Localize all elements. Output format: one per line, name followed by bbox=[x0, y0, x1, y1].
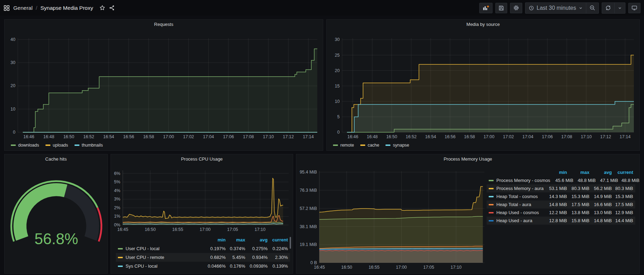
legend-column-min[interactable]: min bbox=[201, 237, 226, 242]
svg-text:40: 40 bbox=[10, 37, 15, 42]
legend-value-current: 80.3 MiB bbox=[612, 186, 633, 191]
legend-value-min: 14.8 MiB bbox=[544, 202, 567, 207]
legend-item[interactable]: uploads bbox=[45, 143, 68, 148]
svg-text:6%: 6% bbox=[114, 171, 120, 176]
svg-text:16:58: 16:58 bbox=[143, 134, 154, 139]
breadcrumb-dashboard-title[interactable]: Synapse Media Proxy bbox=[40, 5, 93, 11]
svg-text:16:50: 16:50 bbox=[63, 134, 74, 139]
svg-text:17:02: 17:02 bbox=[503, 134, 514, 139]
legend-value-avg: 0.275% bbox=[245, 246, 268, 251]
svg-text:30: 30 bbox=[335, 37, 340, 42]
cpu-legend-table: minmaxavgcurrentUser CPU - local0.197%0.… bbox=[116, 235, 290, 270]
legend-value-max: 0.176% bbox=[226, 263, 245, 269]
panel-title[interactable]: Media by source bbox=[327, 20, 639, 29]
legend-swatch bbox=[489, 188, 494, 189]
legend-value-avg: 16.6 MiB bbox=[589, 202, 612, 207]
legend-item[interactable]: cache bbox=[360, 143, 379, 148]
legend-column-current[interactable]: current bbox=[612, 170, 633, 175]
svg-text:16:55: 16:55 bbox=[172, 227, 183, 232]
svg-text:19.1 MiB: 19.1 MiB bbox=[300, 242, 317, 247]
panel-title[interactable]: Cache hits bbox=[5, 154, 107, 164]
legend-column-max[interactable]: max bbox=[567, 170, 589, 175]
time-picker-button[interactable]: Last 30 minutes bbox=[525, 3, 586, 13]
svg-text:17:00: 17:00 bbox=[483, 134, 494, 139]
svg-text:17:06: 17:06 bbox=[542, 134, 553, 139]
legend-value-avg: 0.934% bbox=[245, 255, 268, 260]
dashboards-grid-icon[interactable] bbox=[3, 5, 10, 11]
panel-process-memory-usage: Process Memory Usage 16:4516:5016:5517:0… bbox=[296, 154, 640, 274]
svg-text:10: 10 bbox=[10, 107, 15, 112]
panel-title[interactable]: Requests bbox=[5, 20, 323, 29]
legend-series-toggle[interactable]: Process Memory - cosmos bbox=[489, 178, 550, 183]
time-controls: Last 30 minutes bbox=[525, 2, 599, 14]
save-dashboard-button[interactable] bbox=[495, 3, 507, 13]
svg-text:16:52: 16:52 bbox=[406, 134, 417, 139]
requests-chart[interactable]: 16:4616:4816:5016:5216:5416:5616:5817:00… bbox=[6, 29, 322, 141]
legend-value-avg: 0.0938% bbox=[245, 263, 268, 269]
svg-text:16:56: 16:56 bbox=[445, 134, 455, 139]
process-cpu-chart[interactable]: 16:4516:5016:5517:0017:0517:100%1%2%3%4%… bbox=[112, 164, 292, 234]
legend-series-toggle[interactable]: Process Memory - aura bbox=[489, 186, 544, 191]
legend-column-max[interactable]: max bbox=[226, 237, 245, 242]
legend-swatch bbox=[11, 144, 16, 146]
zoom-out-button[interactable] bbox=[586, 3, 599, 13]
share-icon[interactable] bbox=[109, 5, 115, 11]
legend-value-avg: 14.8 MiB bbox=[589, 218, 612, 223]
dashboard-grid: Requests 16:4616:4816:5016:5216:5416:561… bbox=[0, 16, 644, 275]
legend-column-min[interactable]: min bbox=[544, 170, 567, 175]
svg-text:17:10: 17:10 bbox=[451, 265, 461, 270]
legend-swatch bbox=[118, 266, 123, 267]
legend-series-toggle[interactable]: Heap Used - aura bbox=[489, 218, 544, 223]
svg-text:57.2 MiB: 57.2 MiB bbox=[300, 206, 317, 211]
breadcrumb-folder[interactable]: General bbox=[13, 5, 33, 11]
svg-text:16:58: 16:58 bbox=[464, 134, 475, 139]
gear-icon bbox=[513, 5, 519, 11]
legend-swatch bbox=[45, 144, 50, 146]
legend-item[interactable]: remote bbox=[333, 143, 354, 148]
svg-text:16:54: 16:54 bbox=[103, 134, 114, 139]
svg-text:4%: 4% bbox=[114, 188, 120, 193]
legend-series-toggle[interactable]: Heap Used - cosmos bbox=[489, 210, 544, 215]
zoom-out-icon bbox=[589, 5, 595, 11]
dashboard-settings-button[interactable] bbox=[510, 3, 522, 13]
refresh-interval-dropdown[interactable] bbox=[614, 3, 625, 13]
legend-column-current[interactable]: current bbox=[268, 237, 288, 242]
star-icon[interactable] bbox=[99, 5, 105, 11]
legend-item[interactable]: synapse bbox=[385, 143, 409, 148]
legend-series-toggle[interactable]: User CPU - local bbox=[118, 246, 201, 251]
process-memory-chart[interactable]: 16:4516:5016:5517:0017:0517:100 B19.1 Mi… bbox=[298, 163, 487, 273]
svg-text:20: 20 bbox=[335, 68, 340, 73]
legend-item[interactable]: thumbnails bbox=[75, 143, 103, 148]
legend-item[interactable]: downloads bbox=[11, 143, 39, 148]
svg-text:17:05: 17:05 bbox=[423, 265, 434, 270]
svg-text:10: 10 bbox=[335, 99, 340, 104]
refresh-button[interactable] bbox=[602, 3, 614, 13]
legend-column-avg[interactable]: avg bbox=[589, 170, 612, 175]
legend-series-toggle[interactable]: User CPU - remote bbox=[118, 255, 201, 260]
svg-text:17:00: 17:00 bbox=[200, 227, 211, 232]
cache-hits-gauge: 56.8% bbox=[5, 165, 108, 258]
legend-value-max: 0.374% bbox=[226, 246, 245, 251]
legend-column-avg[interactable]: avg bbox=[245, 237, 268, 242]
svg-text:0: 0 bbox=[13, 130, 15, 135]
svg-text:17:12: 17:12 bbox=[283, 134, 294, 139]
legend-swatch bbox=[385, 144, 390, 146]
svg-text:17:08: 17:08 bbox=[561, 134, 572, 139]
time-range-label: Last 30 minutes bbox=[537, 5, 576, 11]
svg-text:17:10: 17:10 bbox=[263, 134, 274, 139]
legend-series-toggle[interactable]: Heap Total - aura bbox=[489, 202, 544, 207]
legend-series-toggle[interactable]: Heap Total - cosmos bbox=[489, 194, 544, 199]
legend-value-current: 14.4 MiB bbox=[612, 218, 633, 223]
svg-text:17:12: 17:12 bbox=[600, 134, 611, 139]
panel-title[interactable]: Process CPU Usage bbox=[111, 154, 293, 164]
legend-scrollbar[interactable] bbox=[290, 237, 291, 249]
legend-value-min: 53.1 MiB bbox=[544, 186, 567, 191]
legend-value-current: 15.3 MiB bbox=[612, 194, 633, 199]
legend-series-toggle[interactable]: Sys CPU - local bbox=[118, 263, 201, 269]
panel-media-by-source: Media by source 16:4616:4816:5016:5216:5… bbox=[326, 19, 640, 151]
media-by-source-chart[interactable]: 16:4616:4816:5016:5216:5416:5616:5817:00… bbox=[328, 29, 639, 141]
svg-text:16:48: 16:48 bbox=[367, 134, 378, 139]
cycle-view-button[interactable] bbox=[628, 3, 641, 13]
add-panel-button[interactable] bbox=[479, 3, 493, 13]
panel-title[interactable]: Process Memory Usage bbox=[296, 154, 639, 164]
